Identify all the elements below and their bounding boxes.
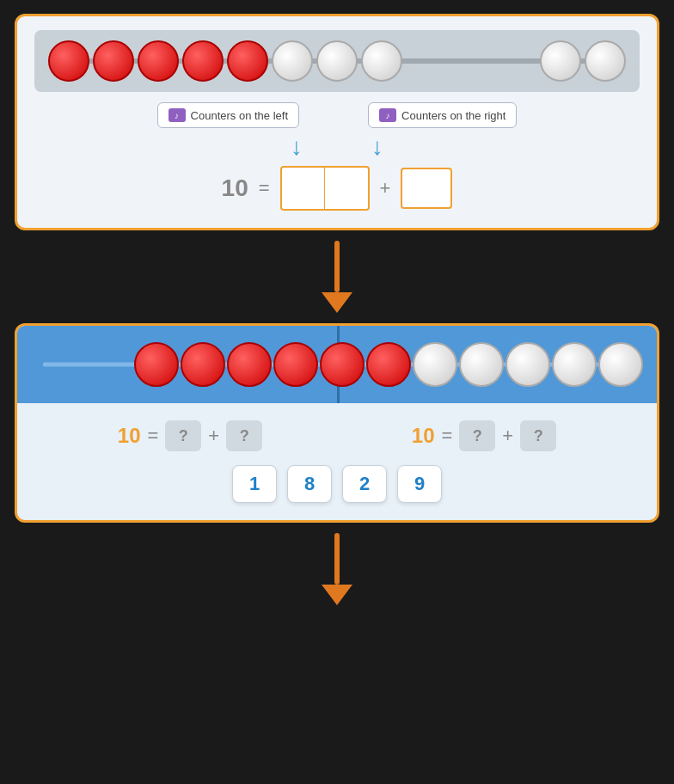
bead-white-3: [361, 40, 402, 82]
equation-number: 10: [222, 175, 248, 202]
bead-right-white-2: [585, 40, 626, 82]
input-pair-left[interactable]: [280, 166, 370, 211]
answer-button-3[interactable]: 2: [342, 465, 387, 503]
bead-white-2: [316, 40, 358, 82]
bottom-panel: 10 = ? + ? 10 = ? + ? 1 8: [15, 323, 659, 523]
equals-sign: =: [259, 177, 270, 199]
speaker-right-icon: ♪: [379, 108, 396, 122]
top-equation-row: 10 = +: [34, 166, 640, 211]
bottom-bead-white-4: [552, 342, 597, 387]
connector-arrow-2: [322, 533, 352, 605]
bottom-abacus-bar: [17, 326, 657, 403]
bead-right-white-1: [540, 40, 581, 82]
eq-left-equals: =: [147, 425, 158, 447]
bead-red-1: [48, 40, 89, 82]
label-left-text: Counters on the left: [191, 109, 288, 122]
bead-white-1: [272, 40, 313, 82]
eq-right-equals: =: [441, 425, 452, 447]
arrow-right-down: ↓: [371, 135, 383, 159]
bottom-bead-white-2: [459, 342, 504, 387]
beads-right-group: [540, 40, 626, 82]
top-abacus-bar: [34, 30, 640, 92]
bead-red-3: [138, 40, 179, 82]
arrow-shaft-1: [334, 241, 340, 292]
arrow-left-down: ↓: [291, 135, 303, 159]
answer-buttons-row: 1 8 2 9: [17, 465, 657, 503]
bottom-bead-red-3: [227, 342, 272, 387]
bottom-equations-row: 10 = ? + ? 10 = ? + ?: [17, 420, 657, 451]
input-half-right[interactable]: [325, 168, 368, 209]
speaker-left-icon: ♪: [168, 108, 186, 122]
label-right-text: Counters on the right: [401, 109, 506, 122]
arrow-head-2: [322, 585, 352, 605]
bottom-bead-white-5: [598, 342, 643, 387]
connector-arrow-1: [322, 241, 352, 313]
bottom-bead-red-4: [273, 342, 318, 387]
label-right-button[interactable]: ♪ Counters on the right: [368, 102, 517, 128]
bottom-bead-red-6: [366, 342, 411, 387]
bead-red-4: [182, 40, 224, 82]
bottom-bead-red-1: [134, 342, 179, 387]
answer-button-2[interactable]: 8: [287, 465, 332, 503]
eq-right-plus: +: [502, 425, 513, 447]
bead-red-2: [93, 40, 134, 82]
eq-right-number: 10: [412, 424, 435, 448]
bead-red-5: [227, 40, 268, 82]
q-box-left-2[interactable]: ?: [226, 420, 262, 451]
bottom-bead-white-3: [506, 342, 550, 387]
answer-button-4[interactable]: 9: [397, 465, 442, 503]
q-box-right-1[interactable]: ?: [459, 420, 495, 451]
eq-left-number: 10: [118, 424, 141, 448]
labels-row: ♪ Counters on the left ♪ Counters on the…: [34, 102, 640, 128]
answer-button-1[interactable]: 1: [232, 465, 277, 503]
arrow-shaft-2: [334, 533, 340, 585]
top-panel: ♪ Counters on the left ♪ Counters on the…: [15, 14, 659, 230]
bottom-bead-red-2: [181, 342, 225, 387]
input-box-right[interactable]: [401, 168, 452, 209]
arrow-head-1: [322, 292, 352, 313]
beads-left-group: [48, 40, 402, 82]
equation-group-left: 10 = ? + ?: [118, 420, 262, 451]
input-half-left[interactable]: [282, 168, 325, 209]
q-box-right-2[interactable]: ?: [520, 420, 556, 451]
bottom-bead-red-5: [320, 342, 365, 387]
q-box-left-1[interactable]: ?: [165, 420, 201, 451]
plus-sign: +: [380, 177, 391, 199]
bottom-beads-right: [124, 342, 643, 387]
bottom-bead-white-1: [413, 342, 457, 387]
eq-left-plus: +: [208, 425, 219, 447]
label-left-button[interactable]: ♪ Counters on the left: [157, 102, 299, 128]
arrows-row: ↓ ↓: [34, 135, 640, 159]
equation-group-right: 10 = ? + ?: [412, 420, 556, 451]
